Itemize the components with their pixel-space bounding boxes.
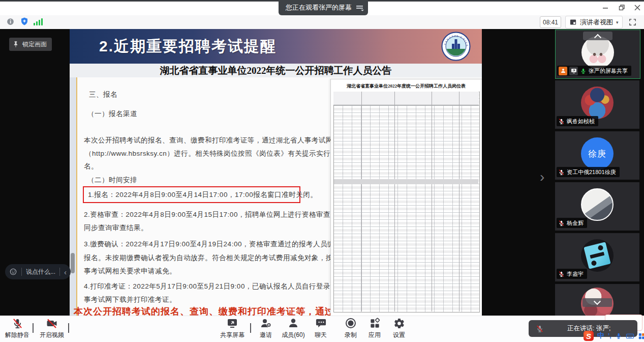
mic-muted-icon: [536, 325, 544, 333]
table-divider: [394, 92, 395, 311]
table-selected-row: [334, 179, 478, 184]
chat-label: 聊天: [315, 331, 327, 339]
mic-muted-icon: [558, 271, 565, 277]
chat-icon: [315, 317, 327, 329]
doc-line: 3.缴费确认：2022年4月17日9:00至4月19日24:00，资格审查通过的…: [84, 240, 356, 249]
participant-tile-partial[interactable]: [555, 284, 639, 316]
participant-label: 张严的屏幕共享: [557, 66, 631, 76]
lock-view-button[interactable]: 锁定画面: [9, 38, 52, 51]
members-button[interactable]: 成员(60): [279, 317, 308, 339]
chat-quick-input[interactable]: 说点什么... ‹: [5, 264, 71, 279]
emoji-icon[interactable]: [9, 268, 17, 276]
meeting-info-icon[interactable]: [6, 17, 15, 28]
host-icon: [559, 67, 567, 75]
participant-tile[interactable]: 徐庚 资工中俄21801徐庚: [555, 131, 639, 180]
divider: [21, 268, 22, 276]
invite-label: 邀请: [260, 331, 272, 339]
doc-line: 4.打印准考证：2022年5月17日9:00至5月21日9:00，已确认报名人员…: [84, 282, 359, 291]
close-button[interactable]: [631, 2, 644, 14]
mic-options-caret[interactable]: [33, 324, 34, 333]
apps-icon: [369, 317, 381, 329]
chevron-left-icon[interactable]: ‹: [64, 268, 67, 276]
doc-line: 本次公开招聘考试的报名、查询、缴费和打印准考证等，通过湖北省人事考试网: [84, 136, 333, 145]
ime-mic-icon[interactable]: [615, 332, 622, 339]
position-table: 湖北省省直事业单位2022年度统一公开招聘工作人员岗位表: [330, 79, 482, 316]
highlight-box: 1.报名：2022年4月8日9:00至4月14日17:00，17:00报名窗口准…: [83, 186, 300, 203]
layout-icon: [569, 18, 577, 26]
start-video-label: 开启视频: [40, 331, 64, 339]
network-signal-icon[interactable]: [34, 18, 43, 25]
mic-muted-icon: [558, 118, 565, 125]
fullscreen-button[interactable]: [628, 18, 637, 28]
participant-label: 李盎宇: [557, 269, 587, 279]
shared-screen: 2.近期重要招聘考试提醒 YANGTZE UNIVERSITY 湖北省省直事业单…: [70, 29, 482, 316]
camera-off-icon: [46, 317, 58, 329]
position-table-grid: [333, 92, 480, 312]
chat-button[interactable]: 聊天: [310, 317, 332, 339]
lock-view-label: 锁定画面: [22, 40, 47, 49]
record-button[interactable]: 录制: [339, 317, 362, 339]
video-options-caret[interactable]: [68, 324, 69, 333]
meeting-window: 您正在观看张严的屏幕 08:41 演讲者视图 ▾ 锁定画面 2.近期重要招聘考试: [0, 0, 644, 342]
participant-name: 飒沓如桢桢: [567, 118, 595, 125]
doc-line: 报名。未按期缴费确认者视为自动放弃。符合相关规定的考试费用减免对象，按湖北省人: [84, 253, 361, 263]
scroll-up-button[interactable]: [583, 32, 612, 40]
divider: [59, 268, 60, 276]
participant-label: 资工中俄21801徐庚: [557, 167, 620, 177]
unmute-button[interactable]: 解除静音: [4, 317, 30, 339]
restore-button[interactable]: [615, 2, 628, 14]
pin-icon: [12, 41, 19, 48]
participant-tile[interactable]: 杨金辉: [555, 182, 639, 231]
ime-punct-toggle[interactable]: ’,: [608, 332, 611, 339]
university-logo: YANGTZE UNIVERSITY: [441, 32, 471, 63]
doc-line: （http://www.hbsrsksy.cn）进行。相关特殊岗位按照《岗位表》…: [85, 149, 352, 158]
slide-title: 2.近期重要招聘考试提醒: [99, 29, 277, 64]
table-divider: [432, 92, 432, 311]
participant-tile[interactable]: 李盎宇: [555, 233, 639, 281]
slide-footer-emphasis: 本次公开招聘考试的报名、查询、缴费和打印准考证等，通过: [74, 305, 334, 316]
start-video-button[interactable]: 开启视频: [38, 317, 66, 339]
announcement-band: 湖北省省直事业单位2022年统一公开招聘工作人员公告: [70, 64, 482, 77]
table-divider: [459, 92, 459, 311]
chevron-down-icon: ▾: [616, 20, 619, 25]
avatar: 徐庚: [581, 137, 614, 170]
minimize-button[interactable]: [599, 2, 612, 14]
doc-subheading-channel: （一）报名渠道: [87, 109, 137, 119]
share-screen-button[interactable]: 共享屏幕: [218, 317, 247, 339]
members-icon: [287, 317, 299, 329]
participant-name: 资工中俄21801徐庚: [567, 168, 616, 176]
participant-tile-screen-share[interactable]: 张严的屏幕共享: [555, 30, 640, 79]
record-label: 录制: [345, 331, 357, 339]
settings-button[interactable]: 设置: [387, 317, 411, 339]
mic-muted-icon: [558, 169, 565, 176]
scroll-down-button[interactable]: [582, 298, 612, 307]
watching-banner[interactable]: 您正在观看张严的屏幕: [279, 0, 368, 15]
participant-tile[interactable]: 飒沓如桢桢: [555, 80, 639, 129]
watching-banner-text: 您正在观看张严的屏幕: [286, 3, 352, 12]
security-shield-icon[interactable]: [20, 17, 29, 28]
document-margin: [70, 77, 77, 316]
sidebar-collapse-handle[interactable]: ›: [540, 170, 544, 184]
record-icon: [345, 317, 357, 329]
view-mode-button[interactable]: 演讲者视图 ▾: [565, 16, 623, 28]
mic-active-icon: [580, 68, 587, 74]
apps-button[interactable]: 应用: [363, 317, 386, 339]
doc-line: 事考试网下载并打印准考证。: [84, 295, 176, 304]
participant-label: 杨金辉: [557, 218, 587, 228]
doc-subheading-schedule: （二）时间安排: [87, 176, 137, 185]
sogou-logo-icon[interactable]: S: [584, 331, 594, 341]
share-options-caret[interactable]: [250, 324, 251, 333]
ime-keyboard-icon[interactable]: [626, 332, 634, 340]
invite-button[interactable]: 邀请: [255, 317, 277, 339]
doc-highlight-line: 1.报名：2022年4月8日9:00至4月14日17:00，17:00报名窗口准…: [84, 190, 317, 200]
mic-muted-icon: [12, 317, 23, 329]
banner-menu-icon[interactable]: [356, 6, 363, 7]
ime-lang-toggle[interactable]: 中: [597, 331, 604, 340]
participant-name: 李盎宇: [567, 270, 584, 278]
unmute-label: 解除静音: [5, 331, 29, 339]
ime-toolbox-icon[interactable]: [638, 332, 644, 340]
doc-section-heading: 三、报名: [89, 90, 117, 99]
view-mode-label: 演讲者视图: [580, 18, 613, 27]
chat-placeholder[interactable]: 说点什么...: [26, 268, 55, 276]
document-scrollbar[interactable]: [71, 253, 75, 273]
